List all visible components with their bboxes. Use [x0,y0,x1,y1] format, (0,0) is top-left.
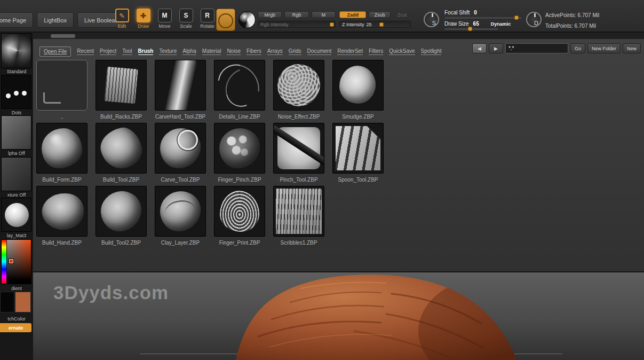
lightbox-tab-open-file[interactable]: Open File [39,46,71,57]
new-button[interactable]: New [623,43,641,53]
texture-off-thumbnail[interactable] [1,157,31,191]
zadd-button[interactable]: Zadd [339,11,366,18]
lightbox-item-finger-print-zbp[interactable]: Finger_Print.ZBP [214,186,265,246]
brush-thumbnail-build-hand-zbp[interactable] [36,186,88,237]
lightbox-tab-quicksave[interactable]: QuickSave [389,48,415,55]
brush-thumbnail-scribbles1-zbp[interactable] [273,186,324,237]
sculpt-model[interactable] [221,272,520,360]
lightbox-item-spoon-tool-zbp[interactable]: Spoon_Tool.ZBP [332,123,384,183]
lightbox-item-parent-folder[interactable]: .. [36,60,88,120]
zcut-button[interactable]: Zcut [393,11,411,18]
brush-thumbnail-spoon-tool-zbp[interactable] [332,123,384,174]
switchcolor-label[interactable]: tchColor [0,316,33,322]
lightbox-item-noise-effect-zbp[interactable]: Noise_Effect.ZBP [273,60,324,120]
lightbox-tab-spotlight[interactable]: Spotlight [421,48,442,55]
lightbox-tab-material[interactable]: Material [202,48,221,55]
lightbox-item-pinch-tool-zbp[interactable]: Pinch_Tool.ZBP [273,123,324,183]
brush-standard-thumbnail[interactable] [1,33,31,68]
folder-up-icon[interactable] [36,60,88,111]
current-material-button[interactable] [238,11,256,28]
lightbox-item-scribbles1-zbp[interactable]: Scribbles1.ZBP [273,186,324,246]
lightbox-item-carve-tool-zbp[interactable]: Carve_Tool.ZBP [155,123,206,183]
hue-strip[interactable] [2,240,6,284]
lightbox-item-build-racks-zbp[interactable]: Build_Racks.ZBP [96,60,147,120]
brush-thumbnail-noise-effect-zbp[interactable] [273,60,324,111]
new-folder-button[interactable]: New Folder [587,43,621,53]
rotate-button[interactable]: R Rotate [199,9,216,29]
lightbox-tab-recent[interactable]: Recent [77,48,94,55]
alpha-off-label: lpha Off [0,151,33,156]
lightbox-tab-brush[interactable]: Brush [138,48,154,55]
brush-thumbnail-smudge-zbp[interactable] [332,60,384,111]
brush-thumbnail-finger-print-zbp[interactable] [214,186,265,237]
main-color-swatch[interactable] [0,292,14,312]
alpha-off-thumbnail[interactable] [1,115,31,150]
focal-shift-slider[interactable] [444,17,522,19]
scale-button[interactable]: S Scale [178,9,194,29]
lightbox-tab-tool[interactable]: Tool [122,48,132,55]
lightbox-item-details-line-zbp[interactable]: Details_Line.ZBP [214,60,265,120]
brush-thumbnail-carve-tool-zbp[interactable] [155,123,206,174]
lightbox-tab-texture[interactable]: Texture [159,48,177,55]
lightbox-tab-fibers[interactable]: Fibers [247,48,261,55]
stroke-dots-thumbnail[interactable] [1,75,31,109]
brush-thumbnail-finger-pinch-zbp[interactable] [214,123,265,174]
rgb-intensity-handle[interactable] [330,22,334,27]
canvas-viewport[interactable]: 3Dyyds.com [33,272,644,360]
move-button[interactable]: M Move [156,9,173,29]
draw-size-handle[interactable] [468,27,472,31]
brush-thumbnail-build-tool-zbp[interactable] [96,123,147,174]
brush-thumbnail-build-racks-zbp[interactable] [96,60,147,111]
brush-thumbnail-details-line-zbp[interactable] [214,60,265,111]
lightbox-item-finger-pinch-zbp[interactable]: Finger_Pinch.ZBP [214,123,265,183]
lightbox-item-clay-layer-zbp[interactable]: Clay_Layer.ZBP [155,186,206,246]
mrgb-button[interactable]: Mrgb [258,11,282,18]
m-button[interactable]: M [312,11,336,18]
z-intensity-slider[interactable]: Z Intensity 25 [339,21,411,28]
brush-thumbnail-pinch-tool-zbp[interactable] [273,123,324,174]
lightbox-item-build-tool-zbp[interactable]: Build_Tool.ZBP [96,123,147,183]
stroke-dial[interactable]: S [424,12,439,27]
lightbox-tab-document[interactable]: Document [307,48,332,55]
lightbox-item-build-hand-zbp[interactable]: Build_Hand.ZBP [36,186,88,246]
lightbox-tab-arrays[interactable]: Arrays [267,48,283,55]
lightbox-tab-noise[interactable]: Noise [227,48,241,55]
draw-size-slider[interactable] [444,28,498,30]
lightbox-item-build-form-zbp[interactable]: Build_Form.ZBP [36,123,88,183]
tray-scrollbar[interactable] [51,34,75,38]
z-intensity-handle[interactable] [379,22,384,27]
rotate-icon: R [201,9,214,22]
color-picker[interactable] [1,239,31,284]
brush-thumbnail-clay-layer-zbp[interactable] [155,186,206,237]
tab-home-page[interactable]: ome Page [0,12,33,28]
edit-button[interactable]: ✎ Edit [114,9,130,29]
lightbox-tab-grids[interactable]: Grids [289,48,301,55]
lightbox-item-smudge-zbp[interactable]: Smudge.ZBP [332,60,384,120]
lightbox-item-build-tool2-zbp[interactable]: Build_Tool2.ZBP [96,186,147,246]
back-button[interactable]: ◀ [472,43,487,53]
thumbnail-label: Build_Hand.ZBP [36,240,88,246]
current-brush-button[interactable] [216,9,235,31]
forward-button[interactable]: ▶ [489,43,503,53]
lightbox-tab-project[interactable]: Project [100,48,116,55]
secondary-color-swatch[interactable] [15,292,31,312]
lightbox-tab-renderset[interactable]: RenderSet [337,48,363,55]
tab-lightbox[interactable]: LightBox [37,12,74,28]
depth-dial[interactable]: D [526,12,542,27]
rgb-intensity-slider[interactable]: Rgb Intensity [258,21,336,28]
lightbox-tab-filters[interactable]: Filters [369,48,383,55]
go-button[interactable]: Go [570,43,585,53]
brush-thumbnail-build-form-zbp[interactable] [36,123,88,174]
rgb-button[interactable]: Rgb [284,11,308,18]
lightbox-tab-alpha[interactable]: Alpha [182,48,196,55]
alternate-button[interactable]: ernate [0,323,31,332]
lightbox-item-carvehard-tool-zbp[interactable]: CarveHard_Tool.ZBP [155,60,206,120]
brush-thumbnail-carvehard-tool-zbp[interactable] [155,60,206,111]
filter-input[interactable] [505,43,568,53]
material-claymat3-thumbnail[interactable] [1,198,31,232]
draw-button[interactable]: ✚ Draw [135,9,152,29]
focal-shift-handle[interactable] [514,15,519,20]
dynamic-toggle[interactable]: Dynamic [491,21,511,27]
brush-thumbnail-build-tool2-zbp[interactable] [96,186,147,237]
zsub-button[interactable]: Zsub [369,11,391,18]
